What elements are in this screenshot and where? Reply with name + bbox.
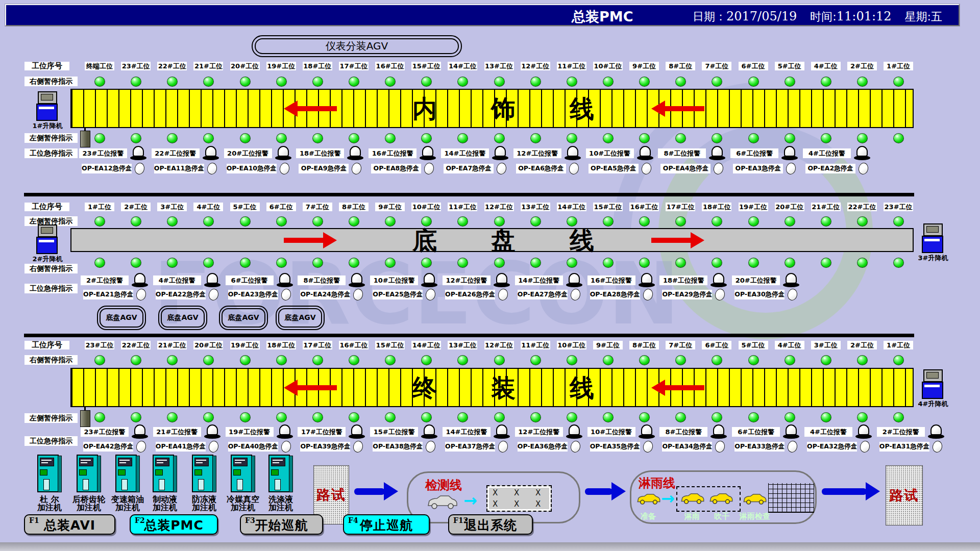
- machine-slot: [198, 479, 204, 490]
- alarm-bell-icon: [421, 424, 437, 439]
- station-label: 6#工位: [702, 341, 731, 349]
- machine-screen-line: [235, 462, 241, 463]
- estop-box-label: OP-EA34急停盒: [662, 442, 712, 452]
- machine-screen-line: [41, 460, 52, 461]
- chassis-agv-button[interactable]: 底盘AGV: [158, 306, 207, 330]
- station-row-label: 工位序号: [24, 341, 69, 349]
- station-alarm-label: 16#工位报警: [369, 148, 416, 158]
- chassis-agv-button[interactable]: 底盘AGV: [219, 306, 268, 330]
- pause-light: [276, 412, 287, 422]
- pause-light: [240, 77, 251, 87]
- station-label: 10#工位: [411, 203, 441, 211]
- machine-label: 防冻液加注机: [192, 495, 216, 512]
- bell-base: [710, 434, 727, 439]
- bell-base: [710, 283, 727, 287]
- station-alarm-label: 2#工位报警: [81, 276, 129, 285]
- station-label: 7#工位: [666, 341, 695, 349]
- week-label: 星期:: [905, 9, 931, 24]
- bell-dome: [930, 424, 942, 435]
- station-label: 16#工位: [629, 203, 659, 211]
- estop-box-label: OP-EA27急停盒: [518, 290, 568, 299]
- station-label: 4#工位: [193, 203, 223, 211]
- elevator-slot: [924, 239, 940, 241]
- station-label: 22#工位: [157, 62, 187, 70]
- pause-light: [276, 77, 287, 87]
- pause-light: [567, 77, 577, 87]
- flow-blue-arrow: [822, 482, 880, 500]
- chassis-agv-button-inner: 底盘AGV: [100, 308, 143, 328]
- bell-base: [494, 283, 510, 287]
- footer-button-f3[interactable]: F3开始巡航: [240, 514, 323, 535]
- station-alarm-label: 16#工位报警: [587, 276, 635, 285]
- chassis-agv-button[interactable]: 底盘AGV: [97, 306, 146, 330]
- bell-dome: [279, 424, 290, 435]
- estop-box-label: OP-EA10急停盒: [227, 164, 277, 173]
- estop-box-label: OP-EA9急停盒: [299, 164, 349, 173]
- elevator-monitor: [923, 223, 943, 236]
- machine-side: [212, 456, 216, 492]
- alarm-bell-icon: [132, 273, 148, 287]
- footer-button-f4[interactable]: F4停止巡航: [343, 514, 430, 535]
- estop-box-label: OP-EA6急停盒: [516, 164, 566, 173]
- bell-base: [203, 156, 219, 160]
- machine-slot: [121, 479, 128, 490]
- station-label: 15#工位: [593, 203, 623, 211]
- footer-button-f1[interactable]: F1总装AVI: [24, 514, 115, 535]
- elevator-screen: [926, 226, 939, 233]
- chassis-agv-button-inner: 底盘AGV: [278, 308, 322, 328]
- alarm-bell-icon: [492, 146, 508, 160]
- arrow-body: [297, 385, 337, 390]
- chassis-agv-button[interactable]: 底盘AGV: [276, 306, 325, 330]
- pause-light: [748, 133, 759, 143]
- rain-test-box: 淋雨线→准备淋雨吹干淋雨检查: [630, 470, 817, 524]
- station-alarm-label: 8#工位报警: [659, 427, 707, 437]
- header-bar: 总装PMC 日期：2017/05/19 时间:11:01:12 星期:五: [5, 4, 960, 26]
- filling-machine-icon: [153, 455, 177, 492]
- pause-light: [603, 412, 614, 422]
- station-label: 17#工位: [666, 203, 695, 211]
- footer-button-f2[interactable]: F2总装PMC: [130, 514, 218, 535]
- estop-box-label: OP-EA40急停盒: [228, 442, 278, 452]
- station-alarm-label: 6#工位报警: [730, 148, 778, 158]
- alarm-bell-icon: [277, 273, 293, 287]
- pause-light: [857, 216, 868, 227]
- flow-arrow-left: [651, 101, 704, 117]
- machine-slot: [43, 479, 50, 490]
- elevator-icon: [922, 223, 944, 253]
- machine-button: [271, 469, 279, 475]
- bell-dome: [205, 146, 216, 157]
- machine-button: [194, 469, 202, 475]
- line-title-char: 装: [491, 373, 516, 402]
- date-value: 2017/05/19: [726, 9, 797, 23]
- estop-box-label: OP-EA23急停盒: [228, 290, 278, 299]
- station-label: 7#工位: [303, 203, 332, 211]
- station-label: 17#工位: [339, 62, 369, 70]
- alarm-bell-icon: [783, 424, 799, 439]
- detection-cell-x: X: [535, 499, 541, 509]
- bell-dome: [350, 146, 361, 157]
- alarm-bell-icon: [565, 146, 581, 160]
- bell-base: [275, 156, 291, 160]
- estop-box-label: OP-EA4急停盒: [660, 164, 710, 173]
- station-alarm-label: 12#工位报警: [443, 276, 491, 285]
- alarm-bell-icon: [494, 273, 510, 287]
- bell-base: [420, 156, 436, 160]
- pause-light: [94, 355, 105, 365]
- alarm-bell-icon: [349, 424, 365, 439]
- pause-light: [312, 77, 323, 87]
- station-label: 21#工位: [193, 62, 223, 70]
- machine-label: 后桥齿轮加注机: [72, 495, 105, 512]
- pause-light: [857, 412, 868, 422]
- car-icon: [427, 494, 458, 510]
- pause-light: [312, 355, 323, 365]
- pause-light: [857, 133, 868, 143]
- station-label: 12#工位: [484, 203, 514, 211]
- station-alarm-label: 23#工位报警: [81, 427, 129, 437]
- footer-button-f12[interactable]: F12退出系统: [448, 514, 533, 535]
- pause-light: [131, 133, 141, 143]
- bell-base: [855, 434, 872, 439]
- estop-box-label: OP-EA26急停盒: [445, 290, 495, 299]
- pause-light: [567, 412, 577, 422]
- machine-button: [79, 469, 87, 475]
- station-label: 3#工位: [157, 203, 187, 211]
